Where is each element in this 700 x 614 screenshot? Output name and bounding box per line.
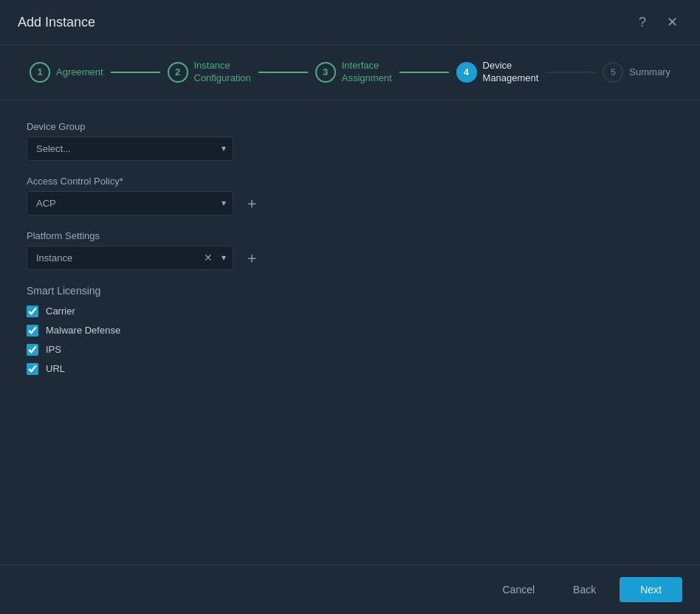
step-5: 5 Summary [603,62,670,83]
step-3-circle: 3 [315,62,336,83]
step-5-circle: 5 [603,62,623,83]
ips-label: IPS [46,344,61,355]
step-2-label: InstanceConfiguration [194,60,251,85]
ips-checkbox[interactable] [27,344,38,356]
checkbox-url: URL [27,363,673,375]
checkbox-ips: IPS [27,344,673,356]
back-button[interactable]: Back [558,578,611,601]
device-group-select[interactable]: Select... [27,137,233,161]
acp-add-button[interactable]: ＋ [241,192,263,214]
help-button[interactable]: ? [632,12,653,32]
platform-plus-icon: ＋ [244,248,259,268]
cancel-button[interactable]: Cancel [487,578,549,601]
modal-footer: Cancel Back Next [0,565,700,614]
step-3-label: InterfaceAssignment [342,60,392,85]
modal-title: Add Instance [18,15,95,30]
step-4-label: DeviceManagement [483,60,539,85]
malware-checkbox[interactable] [27,325,38,337]
modal-content: Device Group Select... ▾ Access Control … [0,100,700,565]
step-5-label: Summary [629,66,670,77]
acp-group: Access Control Policy* ACP ▾ ＋ [27,176,673,215]
carrier-label: Carrier [46,306,75,317]
device-group-select-wrapper: Select... ▾ [27,137,233,161]
header-icons: ? ✕ [632,12,682,32]
smart-licensing-title: Smart Licensing [27,285,673,297]
step-1-circle: 1 [30,62,50,83]
step-4-circle: 4 [456,62,477,83]
modal: Add Instance ? ✕ 1 Agreement 2 InstanceC… [0,0,700,614]
modal-header: Add Instance ? ✕ [0,0,700,45]
step-line-2 [258,72,308,73]
platform-settings-add-button[interactable]: ＋ [241,246,263,269]
platform-settings-row: Instance ✕ ▾ ＋ [27,246,673,270]
carrier-checkbox[interactable] [27,306,38,317]
device-group-label: Device Group [27,121,673,132]
platform-settings-label: Platform Settings [27,230,673,241]
platform-settings-clear-button[interactable]: ✕ [204,252,213,263]
stepper: 1 Agreement 2 InstanceConfiguration 3 In… [0,45,700,100]
close-icon: ✕ [667,14,678,30]
acp-row: ACP ▾ ＋ [27,191,673,215]
platform-settings-select[interactable]: Instance [27,246,233,270]
step-2: 2 InstanceConfiguration [168,60,251,85]
step-3: 3 InterfaceAssignment [315,60,392,85]
acp-label: Access Control Policy* [27,176,673,187]
platform-settings-select-wrapper: Instance ✕ ▾ [27,246,233,270]
step-line-1 [111,72,160,73]
step-1: 1 Agreement [30,62,103,83]
acp-select[interactable]: ACP [27,191,233,215]
malware-label: Malware Defense [46,325,120,336]
platform-settings-group: Platform Settings Instance ✕ ▾ ＋ [27,230,673,270]
smart-licensing-group: Smart Licensing Carrier Malware Defense … [27,285,673,375]
step-2-circle: 2 [168,62,188,83]
help-icon: ? [639,15,646,30]
device-group-group: Device Group Select... ▾ [27,121,673,161]
step-1-label: Agreement [56,66,103,77]
clear-icon: ✕ [204,252,213,263]
next-button[interactable]: Next [620,577,682,602]
checkbox-malware: Malware Defense [27,325,673,337]
acp-plus-icon: ＋ [244,193,259,213]
checkbox-carrier: Carrier [27,306,673,317]
step-4: 4 DeviceManagement [456,60,539,85]
url-label: URL [46,363,65,374]
close-button[interactable]: ✕ [662,12,682,32]
step-line-4 [546,72,595,73]
url-checkbox[interactable] [27,363,38,375]
acp-select-wrapper: ACP ▾ [27,191,233,215]
step-line-3 [399,72,449,73]
